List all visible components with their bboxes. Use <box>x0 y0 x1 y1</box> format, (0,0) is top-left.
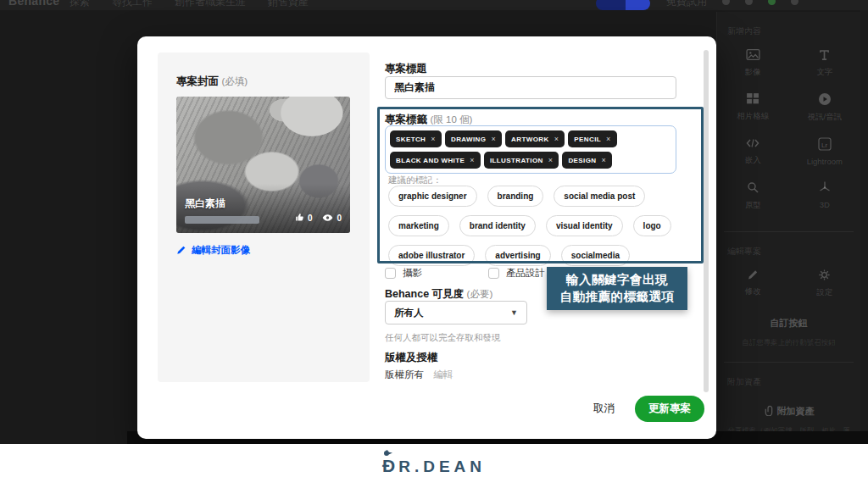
sidebar-module-photo-grid[interactable]: 相片格線 <box>717 85 789 130</box>
project-title-label: 專案標題 <box>385 62 427 76</box>
suggested-tag-pill[interactable]: brand identity <box>459 215 536 236</box>
tag-chip[interactable]: DESIGN× <box>562 152 612 169</box>
annotation-tooltip: 輸入關鍵字會出現 自動推薦的標籤選項 <box>547 267 687 310</box>
suggested-tag-pill[interactable]: branding <box>487 186 544 207</box>
sidebar-edit-item[interactable]: 修改 <box>717 261 789 305</box>
module-label: 視訊/音訊 <box>807 112 842 123</box>
sidebar-module-video-audio[interactable]: 視訊/音訊 <box>789 85 861 130</box>
category-checkboxes: 攝影產品設計 <box>385 267 545 280</box>
sidebar-edit-header: 編輯專案 <box>717 232 860 261</box>
visibility-select[interactable]: 所有人 ▼ <box>385 301 527 324</box>
sidebar-edit-items: 修改設定 <box>717 261 860 305</box>
tag-chip-label: ARTWORK <box>511 136 549 143</box>
category-checkbox[interactable] <box>488 268 499 279</box>
visibility-helper: 任何人都可以完全存取和發現 <box>385 332 501 344</box>
suggested-tag-pill[interactable]: social media post <box>554 186 645 207</box>
sidebar-module-3d[interactable]: 3D <box>789 173 861 218</box>
category-option: 產品設計 <box>488 267 545 280</box>
nav-icon[interactable] <box>768 0 776 5</box>
tag-chip[interactable]: SKETCH× <box>390 130 442 147</box>
embed-icon <box>745 137 760 152</box>
suggested-tag-pill[interactable]: marketing <box>388 215 449 236</box>
nav-pill-button[interactable] <box>596 0 650 10</box>
bird-icon <box>383 449 393 457</box>
page: Behance 探索尋找工作創作者職業生涯銷售資產 免費試用 新增內容 影像文字… <box>0 0 868 488</box>
tag-chip-label: PENCIL <box>574 136 601 143</box>
remove-tag-icon[interactable]: × <box>606 135 611 143</box>
behance-logo: Behance <box>8 0 59 8</box>
module-label: 原型 <box>745 200 761 211</box>
remove-tag-icon[interactable]: × <box>554 135 559 143</box>
cover-label: 專案封面 (必填) <box>176 75 248 89</box>
tag-chip-label: SKETCH <box>396 136 426 143</box>
sidebar-add-header: 新增內容 <box>717 12 860 41</box>
category-option: 攝影 <box>385 267 422 280</box>
eye-icon <box>322 214 333 224</box>
modal-footer: 取消 更新專案 <box>593 396 704 422</box>
tag-chip-label: DRAWING <box>451 136 486 143</box>
suggested-tag-pill[interactable]: socialmedia <box>561 245 630 266</box>
tags-input[interactable]: SKETCH×DRAWING×ARTWORK×PENCIL×BLACK AND … <box>385 125 676 174</box>
sidebar-attach-header: 附加資產 <box>717 363 860 391</box>
tag-chip-label: ILLUSTRATION <box>490 157 543 164</box>
cancel-button[interactable]: 取消 <box>593 402 615 416</box>
sidebar-module-embed[interactable]: 嵌入 <box>717 130 789 173</box>
tag-chip[interactable]: ARTWORK× <box>505 130 565 147</box>
project-title-input[interactable] <box>385 76 676 99</box>
pencil-icon <box>747 269 759 284</box>
remove-tag-icon[interactable]: × <box>431 135 436 143</box>
module-label: 嵌入 <box>745 155 761 166</box>
copyright-edit-link[interactable]: 編輯 <box>433 369 453 380</box>
category-checkbox[interactable] <box>385 268 396 279</box>
nav-item[interactable]: 探索 <box>70 0 90 9</box>
suggested-tag-pill[interactable]: logo <box>633 215 671 236</box>
edit-item-label: 修改 <box>745 286 761 297</box>
edit-cover-link[interactable]: 編輯封面影像 <box>176 244 250 257</box>
suggested-tag-pill[interactable]: advertising <box>485 245 550 266</box>
svg-text:Lr: Lr <box>821 141 827 149</box>
custom-button[interactable]: 自訂按鈕 <box>717 317 860 330</box>
nav-item[interactable]: 創作者職業生涯 <box>175 0 246 9</box>
project-settings-modal: 專案封面 (必填) 黑白素描 0 <box>137 36 716 439</box>
nav-trial-link[interactable]: 免費試用 <box>666 0 707 9</box>
tag-chip[interactable]: DRAWING× <box>445 130 502 147</box>
modal-scrollbar[interactable] <box>704 50 709 392</box>
nav-items: 探索尋找工作創作者職業生涯銷售資產 <box>70 0 309 9</box>
nav-right-icons <box>722 0 798 5</box>
attach-assets-button[interactable]: 附加資產 <box>717 405 860 418</box>
nav-item[interactable]: 尋找工作 <box>112 0 153 9</box>
nav-icon[interactable] <box>745 0 753 5</box>
tag-chip[interactable]: ILLUSTRATION× <box>484 152 559 169</box>
nav-item[interactable]: 銷售資產 <box>268 0 309 9</box>
tag-chip-label: BLACK AND WHITE <box>396 157 465 164</box>
update-project-button[interactable]: 更新專案 <box>635 396 704 422</box>
sidebar-edit-item[interactable]: 設定 <box>789 261 861 305</box>
tag-chip-label: DESIGN <box>568 157 596 164</box>
sidebar-module-text[interactable]: 文字 <box>789 41 861 85</box>
copyright-row: 版權所有 編輯 <box>385 369 453 381</box>
module-label: 相片格線 <box>737 111 769 122</box>
sidebar-module-lightroom[interactable]: LrLightroom <box>789 130 861 173</box>
sidebar-module-prototype[interactable]: 原型 <box>717 173 789 218</box>
remove-tag-icon[interactable]: × <box>470 156 475 164</box>
custom-button-desc: 自訂您專案上的行動號召按鈕 <box>726 337 852 348</box>
paperclip-icon <box>764 405 773 418</box>
copyright-label: 版權及授權 <box>385 351 438 365</box>
suggested-tags: graphic designerbrandingsocial media pos… <box>388 186 680 266</box>
sidebar-module-image[interactable]: 影像 <box>717 41 789 85</box>
author-redacted <box>185 216 259 224</box>
suggested-tag-pill[interactable]: adobe illustrator <box>388 245 475 266</box>
video-audio-icon <box>818 92 832 109</box>
suggested-tag-pill[interactable]: visual identity <box>546 215 623 236</box>
suggested-tag-pill[interactable]: graphic designer <box>388 186 477 207</box>
cover-image[interactable]: 黑白素描 0 0 <box>176 97 350 233</box>
nav-icon[interactable] <box>722 0 730 5</box>
remove-tag-icon[interactable]: × <box>548 156 554 164</box>
avatar[interactable] <box>791 0 798 5</box>
remove-tag-icon[interactable]: × <box>491 135 496 143</box>
tag-chip[interactable]: PENCIL× <box>568 130 616 147</box>
tag-chip[interactable]: BLACK AND WHITE× <box>390 152 481 169</box>
cover-panel: 專案封面 (必填) 黑白素描 0 <box>158 53 370 382</box>
lightroom-icon: Lr <box>818 137 832 154</box>
remove-tag-icon[interactable]: × <box>602 156 607 164</box>
